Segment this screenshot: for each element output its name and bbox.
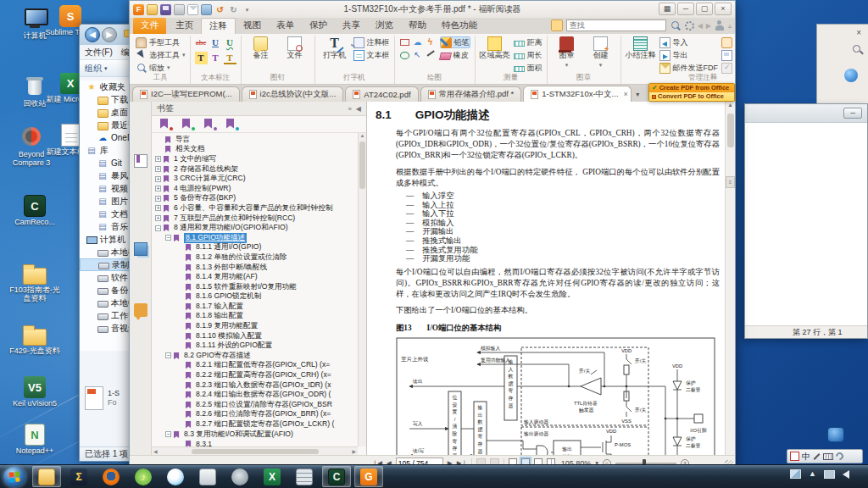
bookmark-item[interactable]: 8.1.3 外部中断/唤醒线 <box>152 263 366 273</box>
bookmark-item[interactable]: +6 小容量、中容量和大容量产品的复位和时钟控制 <box>152 203 366 214</box>
ribbon-button-小结注释[interactable]: 小结注释 <box>626 36 656 60</box>
document-tab[interactable]: AT24C02.pdf <box>345 86 418 102</box>
bookmark-item[interactable]: +3 CRC计算单元(CRC) <box>152 174 366 184</box>
ribbon-tab-保护[interactable]: 保护 <box>302 18 335 34</box>
desktop-icon-keil-uvision5[interactable]: V5Keil uVision5 <box>7 376 63 408</box>
start-button[interactable] <box>3 467 25 487</box>
bookmark-item[interactable]: 8.2.6 端口位清除寄存器(GPIOx_BRR) (x= <box>152 410 366 420</box>
minimize-button[interactable]: ─ <box>677 3 694 15</box>
desktop-icon-f429-disc[interactable]: F429-光盘资料 <box>7 324 63 355</box>
collapse-panel-icon[interactable]: ◀ <box>356 105 361 113</box>
bookmarks-panel-icon[interactable] <box>134 154 147 168</box>
bookmark-item[interactable]: 8.2.2 端口配置高寄存器(GPIOx_CRH) (x= <box>152 370 366 380</box>
bookmark-item[interactable]: 8.1.10 模拟输入配置 <box>152 331 366 341</box>
bookmark-item[interactable]: 8.1.4 复用功能(AF) <box>152 272 366 282</box>
pages-panel-icon[interactable] <box>134 242 147 256</box>
bookmark-item[interactable]: −8.2 GPIO寄存器描述 <box>152 351 366 361</box>
keyboard-icon[interactable] <box>823 453 833 460</box>
bookmark-item[interactable]: 8.2.7 端口配置锁定寄存器(GPIOx_LCKR) ( <box>152 419 366 430</box>
bookmark-item[interactable]: −8.3 复用功能I/O和调试配置(AFIO) <box>152 430 366 440</box>
ribbon-button-周长[interactable]: 周长 <box>514 49 542 61</box>
ribbon-button-文件[interactable]: 文件 <box>280 36 310 60</box>
save-icon[interactable] <box>160 4 171 15</box>
ribbon-tab-文件[interactable]: 文件 <box>133 18 166 34</box>
taskbar-app-music-player[interactable]: ♪ <box>129 466 158 487</box>
find-next-icon[interactable]: ▶ <box>706 22 711 30</box>
bookmark-item[interactable]: 8.1.1 通用I/O(GPIO) <box>152 243 366 253</box>
bookmark-item[interactable]: 8.1.8 输出配置 <box>152 312 366 322</box>
show-hidden-icons-button[interactable]: ▲ <box>809 470 816 478</box>
find-bookmark-icon[interactable] <box>226 119 238 130</box>
wrench-icon[interactable] <box>834 451 845 462</box>
find-input[interactable] <box>566 19 666 31</box>
bookmark-item[interactable]: 相关文档 <box>152 145 366 155</box>
organize-button[interactable]: 组织 <box>85 63 102 75</box>
create-pdf-office-badge[interactable]: ✓ Create PDF from Office Convert PDF to … <box>648 83 735 102</box>
ribbon-tab-共享[interactable]: 共享 <box>335 18 368 34</box>
ribbon-tab-视图[interactable]: 视图 <box>236 18 269 34</box>
markup-tool-icon[interactable]: abc <box>195 36 208 49</box>
scrollbar-handle-icon[interactable]: ≡ <box>726 176 735 188</box>
bookmark-item[interactable]: +7 互联型产品的复位和时钟控制(RCC) <box>152 214 366 224</box>
ime-logo-icon[interactable] <box>790 452 799 461</box>
taskbar-app-foxit-reader[interactable]: G <box>354 466 383 487</box>
app-globe-icon[interactable] <box>844 69 858 82</box>
ribbon-tab-表单[interactable]: 表单 <box>269 18 302 34</box>
expand-icon[interactable]: + <box>155 215 161 221</box>
forward-button[interactable]: ▶ <box>102 27 117 42</box>
ribbon-tab-主页[interactable]: 主页 <box>168 18 201 34</box>
collapse-icon[interactable]: − <box>165 431 171 437</box>
desktop-icon-f103-disc[interactable]: F103指南者-光盘资料 <box>7 263 63 302</box>
cloud-shape-icon[interactable]: ☁ <box>412 36 424 48</box>
expand-icon[interactable]: + <box>155 176 161 182</box>
bookmark-item[interactable]: 8.2.1 端口配置低寄存器(GPIOx_CRL) (x= <box>152 361 366 371</box>
bookmark-item[interactable]: 导言 <box>152 135 366 145</box>
markup-tool-icon[interactable]: T <box>224 52 236 64</box>
search-document-icon[interactable] <box>551 19 563 31</box>
document-tab[interactable]: 1-STM32F10x-中文...× <box>523 86 632 102</box>
search-icon[interactable] <box>670 19 682 31</box>
taskbar-app-source-insight[interactable]: Σ <box>64 466 93 487</box>
taskbar-app-webcam-tool[interactable] <box>225 466 254 487</box>
bookmark-item[interactable]: 8.2.4 端口输出数据寄存器(GPIOx_ODR) ( <box>152 390 366 400</box>
more-icon[interactable]: ▾ <box>242 4 253 15</box>
gear-icon[interactable] <box>685 21 694 30</box>
pen-icon[interactable] <box>814 453 821 460</box>
ribbon-button-图章[interactable]: 图章▾ <box>552 36 582 69</box>
add-bookmark-icon[interactable] <box>182 119 194 130</box>
ribbon-button-注释框[interactable]: 注释框 <box>353 36 390 48</box>
ribbon-tab-浏览[interactable]: 浏览 <box>368 18 401 34</box>
selected-file-preview[interactable]: 1-S Fo <box>85 386 120 410</box>
expand-icon[interactable]: + <box>155 166 161 172</box>
bookmark-item[interactable]: −8.1 GPIO功能描述 <box>152 233 366 243</box>
desktop-gadget-icon[interactable] <box>827 427 844 442</box>
ribbon-button-区域高亮[interactable]: 区域高亮 <box>480 36 510 60</box>
markup-tool-icon[interactable]: T <box>209 52 222 64</box>
bookmark-item[interactable]: 8.1.7 输入配置 <box>152 302 366 312</box>
bookmark-item[interactable]: 8.1.2 单独的位设置或位清除 <box>152 252 366 263</box>
taskbar-app-calculator[interactable] <box>290 466 319 487</box>
bookmarks-horizontal-scrollbar[interactable]: ◀▶ <box>152 446 358 455</box>
close-tab-icon[interactable]: × <box>624 90 628 98</box>
ribbon-button-导入[interactable]: 导入 <box>659 36 719 48</box>
ribbon-button-备注[interactable]: 备注 <box>246 36 276 60</box>
open-icon[interactable] <box>147 4 158 15</box>
arrow-shape-icon[interactable]: ↖ <box>412 49 424 61</box>
desktop-icon-camrecorder[interactable]: CCamReco... <box>7 195 63 226</box>
expand-icon[interactable]: + <box>155 205 161 211</box>
ribbon-button-打字机[interactable]: T打字机 <box>320 36 350 60</box>
menu-item[interactable]: 文件(F) <box>85 47 113 58</box>
expand-icon[interactable]: + <box>155 196 161 202</box>
close-button[interactable]: × <box>715 3 732 15</box>
bookmark-item[interactable]: 8.1.5 软件重新映射I/O复用功能 <box>152 282 366 292</box>
layout-button[interactable]: ▦ <box>659 3 676 15</box>
bookmark-item[interactable]: +2 存储器和总线构架 <box>152 164 366 175</box>
snapshot-icon[interactable] <box>201 4 212 15</box>
document-tab[interactable]: i2c总线协议(中文版... <box>242 86 344 102</box>
document-tab[interactable]: 常用存储器介绍.pdf * <box>420 86 522 102</box>
collapse-icon[interactable]: − <box>155 225 161 231</box>
print-icon[interactable] <box>174 4 185 15</box>
ribbon-button-缩放[interactable]: 缩放▾ <box>136 62 186 74</box>
find-previous-icon[interactable]: ◀ <box>698 22 703 30</box>
restore-button[interactable]: ▢ <box>696 3 713 15</box>
